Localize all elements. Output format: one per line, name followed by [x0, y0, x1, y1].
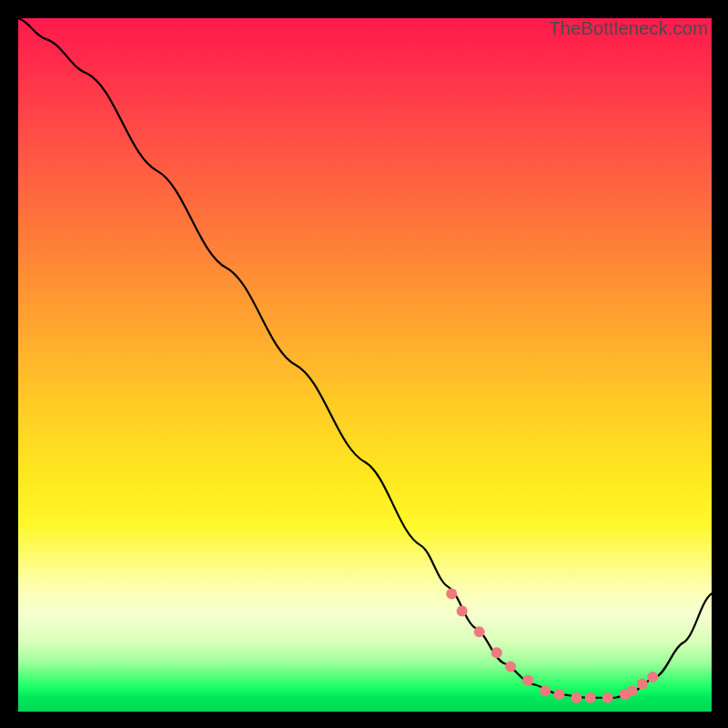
marker-dot — [626, 685, 637, 696]
marker-dot — [585, 693, 596, 703]
curve-line — [18, 18, 712, 698]
marker-dot — [540, 685, 551, 696]
marker-dot — [505, 661, 516, 672]
curve-markers — [446, 588, 658, 703]
marker-dot — [491, 647, 502, 658]
chart-stage: TheBottleneck.com — [0, 0, 728, 728]
marker-dot — [647, 672, 658, 682]
marker-dot — [637, 679, 648, 690]
marker-dot — [571, 693, 581, 703]
chart-svg — [18, 18, 712, 712]
marker-dot — [474, 626, 485, 637]
plot-area: TheBottleneck.com — [18, 18, 712, 712]
marker-dot — [446, 588, 457, 599]
marker-dot — [522, 675, 533, 686]
marker-dot — [457, 606, 468, 617]
marker-dot — [553, 689, 564, 700]
marker-dot — [602, 693, 613, 703]
